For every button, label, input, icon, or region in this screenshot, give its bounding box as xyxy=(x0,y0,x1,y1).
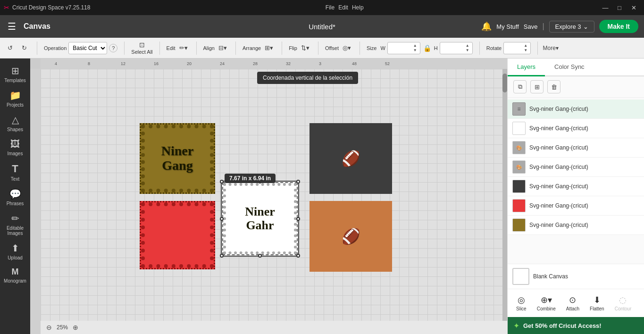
attach-button[interactable]: ⊙ Attach xyxy=(562,293,583,313)
projects-icon: 📁 xyxy=(9,90,21,101)
contour-button[interactable]: ◌ Contour xyxy=(611,293,636,313)
sidebar-item-phrases[interactable]: 💬 Phrases xyxy=(2,185,28,209)
lock-icon[interactable]: 🔒 xyxy=(423,44,431,52)
sidebar-item-upload[interactable]: ⬆ Upload xyxy=(2,240,28,263)
layer-item-7[interactable]: Svg-niner Gang-(cricut) xyxy=(508,216,644,235)
layer-name-1: Svg-niner Gang-(cricut) xyxy=(529,106,639,112)
slice-button[interactable]: ◎ Slice xyxy=(512,293,530,313)
rotate-label: Rotate xyxy=(486,45,502,51)
my-stuff-button[interactable]: My Stuff xyxy=(496,23,519,30)
layer-thumb-1: ≡ xyxy=(512,102,526,116)
sidebar-item-shapes[interactable]: △ Shapes xyxy=(2,111,28,135)
edit-menu[interactable]: Edit xyxy=(338,4,348,11)
combine-label: Combine xyxy=(537,306,556,311)
sidebar-item-images[interactable]: 🖼 Images xyxy=(2,136,28,159)
size-group: Size W 7,668 ▲ ▼ 🔒 H 6,935 ▲ ▼ xyxy=(367,42,473,54)
rotate-down-arrow[interactable]: ▼ xyxy=(523,48,528,53)
layer-thumb-icon-3: 🎨 xyxy=(516,145,522,150)
layer-item-6[interactable]: Svg-niner Gang-(cricut) xyxy=(508,196,644,216)
more-button[interactable]: More▾ xyxy=(544,42,557,54)
make-it-button[interactable]: Make It xyxy=(599,20,638,33)
promo-bar[interactable]: ✦ Get 50% off Cricut Access! xyxy=(508,317,644,334)
sidebar-item-monogram[interactable]: M Monogram xyxy=(2,264,28,286)
sidebar-item-projects[interactable]: 📁 Projects xyxy=(2,87,28,110)
file-menu[interactable]: File xyxy=(326,4,335,11)
canvas-area[interactable]: 4 8 12 16 20 24 28 32 3 48 52 NinerG xyxy=(30,58,507,334)
monogram-icon: M xyxy=(12,267,19,277)
canvas-work-area[interactable]: NinerGang 7.67 in x 6.94 in xyxy=(41,69,507,321)
align-dropdown-button[interactable]: ⊟▾ xyxy=(217,42,229,54)
panel-group-button[interactable]: ⧉ xyxy=(513,80,527,93)
explore-button[interactable]: Explore 3 ⌄ xyxy=(549,21,594,33)
help-menu[interactable]: Help xyxy=(352,4,364,11)
height-input[interactable]: 6,935 xyxy=(442,45,465,51)
upload-icon: ⬆ xyxy=(11,242,19,254)
projects-label: Projects xyxy=(7,102,24,108)
layer-item-1[interactable]: ≡ Svg-niner Gang-(cricut) xyxy=(508,100,644,119)
operation-help-icon[interactable]: ? xyxy=(109,44,117,52)
operation-select[interactable]: Basic Cut xyxy=(68,42,107,54)
ruler-vertical xyxy=(30,69,41,334)
layers-list[interactable]: ≡ Svg-niner Gang-(cricut) Svg-niner Gang… xyxy=(508,98,644,264)
sidebar-item-editable-images[interactable]: ✏ EditableImages xyxy=(2,210,28,239)
rotate-input-group: 0 ▲ ▼ xyxy=(503,42,531,54)
width-up-arrow[interactable]: ▲ xyxy=(412,43,418,48)
canvas-object-gold[interactable]: NinerGang xyxy=(140,123,215,194)
tab-color-sync[interactable]: Color Sync xyxy=(545,58,594,76)
canvas-object-red[interactable] xyxy=(140,201,215,269)
panel-bottom-tools: ◎ Slice ⊕▾ Combine ⊙ Attach ⬇ Flatten ◌ … xyxy=(508,289,644,317)
align-group: Align ⊟▾ xyxy=(203,42,229,54)
sidebar-item-templates[interactable]: ⊞ Templates xyxy=(2,62,28,86)
operation-label: Operation xyxy=(44,45,67,51)
panel-add-button[interactable]: ⊞ xyxy=(530,80,544,93)
contour-icon: ◌ xyxy=(619,295,627,305)
undo-button[interactable]: ↺ xyxy=(4,42,16,54)
width-down-arrow[interactable]: ▼ xyxy=(412,48,418,53)
notifications-icon[interactable]: 🔔 xyxy=(481,21,492,32)
canvas-object-selected[interactable]: NinerGahr xyxy=(222,182,298,255)
layer-item-4[interactable]: 🎨 Svg-niner Gang-(cricut) xyxy=(508,158,644,177)
layer-thumb-7 xyxy=(512,218,526,232)
ruler-tick: 20 xyxy=(187,61,192,66)
blank-canvas-item[interactable]: Blank Canvas xyxy=(508,264,644,289)
edit-dropdown-button[interactable]: ✏▾ xyxy=(177,42,190,54)
rotate-input[interactable]: 0 xyxy=(506,45,523,51)
zoom-in-button[interactable]: ⊕ xyxy=(71,323,80,332)
red-object-bg xyxy=(140,201,215,269)
width-input[interactable]: 7,668 xyxy=(390,45,412,51)
panel-tabs: Layers Color Sync xyxy=(508,58,644,76)
layer-item-5[interactable]: Svg-niner Gang-(cricut) xyxy=(508,177,644,196)
close-button[interactable]: ✕ xyxy=(627,3,640,12)
arrange-dropdown-button[interactable]: ⊞▾ xyxy=(263,42,275,54)
layer-item-3[interactable]: 🎨 Svg-niner Gang-(cricut) xyxy=(508,138,644,158)
height-down-arrow[interactable]: ▼ xyxy=(465,48,470,53)
app-logo: ✂ xyxy=(4,4,9,11)
height-input-group: 6,935 ▲ ▼ xyxy=(440,42,473,54)
vertical-scrollbar-thumb[interactable] xyxy=(502,74,507,92)
save-button[interactable]: Save xyxy=(524,23,538,30)
offset-dropdown-button[interactable]: ◎▾ xyxy=(341,42,353,54)
divider-5 xyxy=(235,42,236,55)
titlebar-menu: File Edit Help xyxy=(326,4,364,11)
canvas-object-dark[interactable]: 🏈 xyxy=(309,123,392,194)
zoom-out-button[interactable]: ⊖ xyxy=(44,323,54,332)
flip-dropdown-button[interactable]: ⇅▾ xyxy=(299,42,311,54)
select-all-button[interactable]: ⊡ Select All xyxy=(131,41,152,55)
height-up-arrow[interactable]: ▲ xyxy=(465,43,470,48)
ruler-tick: 32 xyxy=(286,61,291,66)
maximize-button[interactable]: □ xyxy=(613,3,626,12)
menu-icon[interactable]: ☰ xyxy=(6,19,18,34)
panel-delete-button[interactable]: 🗑 xyxy=(547,80,560,93)
panel-toolbar: ⧉ ⊞ 🗑 xyxy=(508,76,644,98)
vertical-scrollbar[interactable] xyxy=(502,69,507,321)
canvas-object-orange[interactable]: 🏈 xyxy=(309,201,392,272)
combine-button[interactable]: ⊕▾ Combine xyxy=(533,293,560,313)
rotate-up-arrow[interactable]: ▲ xyxy=(523,43,528,48)
layer-item-2[interactable]: Svg-niner Gang-(cricut) xyxy=(508,119,644,138)
flatten-button[interactable]: ⬇ Flatten xyxy=(586,293,608,313)
size-tooltip-text: 7.67 in x 6.94 in xyxy=(229,175,271,182)
sidebar-item-text[interactable]: T Text xyxy=(2,160,28,184)
redo-button[interactable]: ↻ xyxy=(18,42,30,54)
minimize-button[interactable]: — xyxy=(599,3,612,12)
tab-layers[interactable]: Layers xyxy=(508,58,545,76)
